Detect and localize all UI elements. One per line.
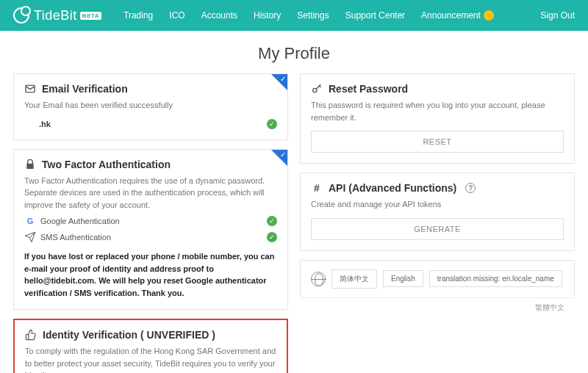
- help-icon[interactable]: ?: [465, 183, 476, 193]
- check-icon: [267, 216, 277, 226]
- nav-accounts[interactable]: Accounts: [201, 10, 237, 21]
- tfa-card-title: Two Factor Authentication: [42, 159, 171, 170]
- id-card-desc: To comply with the regulation of the Hon…: [25, 345, 276, 373]
- api-card-title: API (Advanced Functions): [329, 182, 456, 194]
- check-icon: [267, 232, 277, 242]
- brand-name: TideBit: [34, 8, 77, 23]
- lang-simplified[interactable]: 简体中文: [331, 269, 377, 289]
- nav-links: Trading ICO Accounts History Settings Su…: [123, 10, 540, 21]
- logo-icon: [13, 7, 29, 23]
- language-selector: 简体中文 English translation missing: en.loc…: [300, 260, 575, 298]
- lang-traditional[interactable]: 繁體中文: [300, 297, 575, 313]
- reset-card-desc: This password is required when you log i…: [311, 99, 564, 123]
- reset-password-card: Reset Password This password is required…: [300, 73, 575, 164]
- email-verification-card: Email Verification Your Email has been v…: [13, 73, 288, 140]
- email-card-desc: Your Email has been verified successfull…: [24, 99, 277, 112]
- tfa-card-desc: Two Factor Authentication requires the u…: [24, 175, 277, 211]
- nav-support[interactable]: Support Center: [345, 10, 405, 21]
- nav-trading[interactable]: Trading: [123, 10, 153, 21]
- nav-settings[interactable]: Settings: [297, 10, 329, 21]
- email-value: .hk: [39, 120, 51, 128]
- hash-icon: #: [311, 182, 323, 194]
- key-icon: [311, 83, 323, 95]
- verified-corner-icon: [271, 150, 287, 166]
- lang-missing[interactable]: translation missing: en.locale_name: [429, 270, 562, 287]
- two-factor-card: Two Factor Authentication Two Factor Aut…: [13, 149, 288, 311]
- thumbs-up-icon: [25, 329, 37, 341]
- google-icon: G: [24, 215, 36, 227]
- google-auth-label: Google Authentication: [40, 217, 120, 225]
- envelope-icon: [24, 83, 36, 95]
- globe-icon: [311, 272, 326, 286]
- beta-badge: BETA: [80, 12, 101, 20]
- lang-english[interactable]: English: [383, 270, 423, 287]
- tfa-note: If you have lost or replaced your phone …: [24, 250, 277, 299]
- paper-plane-icon: [24, 231, 36, 243]
- lock-icon: [24, 159, 36, 170]
- generate-button[interactable]: GENERATE: [311, 218, 564, 240]
- email-card-title: Email Verification: [42, 83, 128, 95]
- verified-corner-icon: [271, 74, 287, 90]
- nav-announcement[interactable]: Announcement: [421, 10, 494, 21]
- identity-verification-card: Identity Verification ( UNVERIFIED ) To …: [13, 319, 288, 373]
- api-card-desc: Create and manage your API tokens: [311, 198, 564, 211]
- api-card: # API (Advanced Functions) ? Create and …: [300, 173, 575, 251]
- nav-ico[interactable]: ICO: [169, 10, 184, 21]
- brand-logo[interactable]: TideBit BETA: [13, 7, 101, 23]
- sign-out-link[interactable]: Sign Out: [540, 10, 575, 21]
- check-icon: [267, 119, 277, 129]
- top-nav: TideBit BETA Trading ICO Accounts Histor…: [0, 0, 588, 31]
- reset-button[interactable]: RESET: [311, 131, 564, 153]
- id-card-title: Identity Verification ( UNVERIFIED ): [43, 329, 215, 341]
- sms-auth-label: SMS Authentication: [40, 233, 111, 242]
- svg-point-1: [313, 88, 317, 92]
- nav-history[interactable]: History: [254, 10, 281, 21]
- page-title: My Profile: [0, 44, 588, 63]
- reset-card-title: Reset Password: [329, 83, 408, 95]
